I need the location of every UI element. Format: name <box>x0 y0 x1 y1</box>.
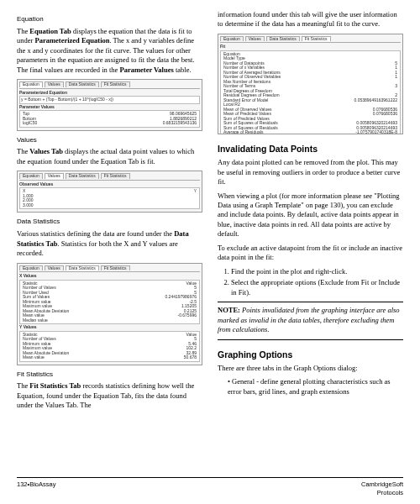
footer-right: CambridgeSoft Protocols <box>361 480 403 497</box>
values-tab-screenshot: Equation Values Data Statistics Fit Stat… <box>17 171 202 213</box>
graphing-p1: There are three tabs in the Graph Option… <box>218 364 403 373</box>
footer-left: 132•BioAssay <box>17 480 55 497</box>
invalidating-p1: Any data point plotted can be removed fr… <box>218 158 403 186</box>
equation-para: The Equation Tab displays the equation t… <box>17 27 202 75</box>
heading-graphing: Graphing Options <box>218 349 403 360</box>
left-column: Equation The Equation Tab displays the e… <box>17 10 202 472</box>
note-rule <box>218 339 403 340</box>
page-content: Equation The Equation Tab displays the e… <box>17 10 403 472</box>
data-statistics-para: Various statistics defining the data are… <box>17 229 202 258</box>
list-item: Find the point in the plot and right-cli… <box>231 267 403 276</box>
list-item: Select the appropriate options (Exclude … <box>231 278 403 297</box>
note-rule <box>218 302 403 302</box>
heading-invalidating: Invalidating Data Points <box>218 143 403 155</box>
right-column: information found under this tab will gi… <box>218 10 403 472</box>
heading-equation: Equation <box>17 15 202 24</box>
fit-statistics-para: The Fit Statistics Tab records statistic… <box>17 381 202 410</box>
invalidating-p3: To exclude an active datapoint from the … <box>218 244 403 263</box>
heading-data-statistics: Data Statistics <box>17 218 202 227</box>
heading-values: Values <box>17 136 202 145</box>
invalidating-steps: Find the point in the plot and right-cli… <box>231 267 403 297</box>
invalidating-p2: When viewing a plot (for more informatio… <box>218 192 403 239</box>
page-footer: 132•BioAssay CambridgeSoft Protocols <box>17 477 403 497</box>
continuation-para: information found under this tab will gi… <box>218 10 403 29</box>
graphing-bullets: General - define general plotting charac… <box>228 377 403 396</box>
fit-statistics-screenshot: Equation Values Data Statistics Fit Stat… <box>218 34 403 134</box>
note: NOTE: Points invalidated from the graphi… <box>218 306 403 334</box>
list-item: General - define general plotting charac… <box>228 377 403 396</box>
equation-tab-screenshot: Equation Values Data Statistics Fit Stat… <box>17 79 202 131</box>
heading-fit-statistics: Fit Statistics <box>17 370 202 380</box>
data-statistics-screenshot: Equation Values Data Statistics Fit Stat… <box>17 263 202 365</box>
values-para: The Values Tab displays the actual data … <box>17 147 202 166</box>
